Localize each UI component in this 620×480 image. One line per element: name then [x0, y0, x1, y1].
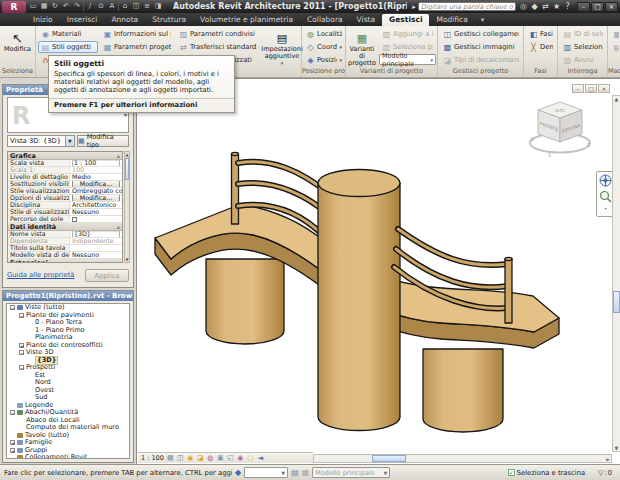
tree-item-collegamenti-revit[interactable]: Collegamenti Revit: [7, 454, 129, 459]
property-value[interactable]: Modifica...: [70, 195, 122, 201]
detail-level-icon[interactable]: ▤: [166, 454, 175, 463]
view-restore-button[interactable]: ▢: [585, 84, 597, 93]
reveal-hidden-icon[interactable]: ○: [246, 454, 255, 463]
coordinate-button[interactable]: ◇Coordinate▾: [303, 41, 345, 53]
varianti-di-progetto-button[interactable]: ▦ Varianti di progetto: [347, 28, 377, 66]
modifica-button[interactable]: ↖ Modifica: [2, 28, 33, 66]
macro-button[interactable]: ▦: [610, 28, 620, 40]
tree-item-prospetti[interactable]: −Prospetti: [7, 364, 129, 372]
fasi-button[interactable]: ◧Fasi: [526, 28, 556, 40]
view-scale-button[interactable]: 1 : 100: [141, 454, 164, 462]
collapse-icon[interactable]: ◄: [256, 454, 265, 463]
visual-style-icon[interactable]: ◫: [176, 454, 185, 463]
trasferisci-standard-di-progetto-button[interactable]: ⇄Trasferisci standard di progetto: [176, 41, 262, 53]
chevron-down-icon[interactable]: ▾: [604, 206, 606, 211]
collapse-icon[interactable]: −: [10, 410, 15, 415]
tab-overflow-icon[interactable]: ▾: [481, 14, 485, 26]
apply-button[interactable]: Applica: [85, 269, 129, 282]
property-row-titolo-sulla-tavola[interactable]: Titolo sulla tavola: [8, 245, 122, 252]
compass-south-label[interactable]: S: [548, 152, 551, 158]
tab-inserisci[interactable]: Inserisci: [60, 14, 105, 26]
seleziona-per-id-button[interactable]: ▥Seleziona per ID: [560, 41, 606, 53]
design-option-dropdown[interactable]: Modello principale▾: [379, 54, 436, 65]
tree-item-ovest[interactable]: Ovest: [7, 387, 129, 395]
worksets-icon[interactable]: ◆: [235, 467, 241, 479]
tab-inizio[interactable]: Inizio: [26, 14, 60, 26]
project-browser-header[interactable]: Progetto1(Ripristino).rvt - Browser di p…: [3, 291, 133, 301]
tree-item-nord[interactable]: Nord: [7, 379, 129, 387]
property-value[interactable]: 1 : 100: [70, 160, 122, 166]
property-group-grafica[interactable]: Grafica▴: [8, 152, 122, 160]
property-value[interactable]: Ombreggiato con...: [70, 188, 122, 194]
section-icon[interactable]: ◫: [131, 1, 141, 12]
design-options-icon[interactable]: ▦: [302, 467, 310, 479]
expand-icon[interactable]: +: [10, 440, 15, 445]
compass-west-label[interactable]: O: [530, 136, 534, 142]
stili-oggetti-button[interactable]: ▤Stili oggetti: [38, 41, 98, 53]
view-close-button[interactable]: ×: [598, 84, 610, 93]
parametri-condivisi-button[interactable]: ▨Parametri condivisi: [176, 28, 262, 40]
property-row-percorso-del-sole[interactable]: Percorso del sole: [8, 216, 122, 223]
property-value[interactable]: 100: [70, 167, 122, 173]
property-row-sostituzioni-visibilit[interactable]: Sostituzioni visibilit...Modifica...: [8, 181, 122, 188]
worksets-dropdown[interactable]: ▼: [244, 467, 288, 478]
select-drag-toggle[interactable]: ✓ Seleziona e trascina: [508, 469, 585, 477]
undo-icon[interactable]: ↶: [61, 1, 71, 12]
materiali-button[interactable]: ◉Materiali: [38, 28, 98, 40]
property-row-nome-vista[interactable]: Nome vista{3D}: [8, 231, 122, 238]
scrollbar-thumb[interactable]: [372, 455, 406, 462]
tab-collabora[interactable]: Collabora: [300, 14, 350, 26]
view-minimize-button[interactable]: –: [572, 84, 584, 93]
gestisci-collegamenti-button[interactable]: ◫Gestisci collegamenti: [440, 28, 522, 40]
viewcube-top-label[interactable]: ALTO: [555, 108, 565, 113]
property-value[interactable]: Nessuno: [70, 252, 122, 258]
property-row-scala-1[interactable]: Scala 1:100: [8, 167, 122, 174]
tab-struttura[interactable]: Struttura: [145, 14, 193, 26]
crop-region-icon[interactable]: ◱: [226, 454, 235, 463]
hide-isolate-icon[interactable]: ◉: [236, 454, 245, 463]
demolisci-button[interactable]: ╳Demolisci: [526, 41, 556, 53]
app-menu-button[interactable]: R: [2, 1, 26, 13]
property-row-stile-visualizzazione[interactable]: Stile visualizzazioneOmbreggiato con...: [8, 188, 122, 195]
property-value[interactable]: Architettonico: [70, 202, 122, 208]
help-icon[interactable]: ?: [562, 1, 573, 13]
tab-annota[interactable]: Annota: [104, 14, 145, 26]
modifica-tipo-button[interactable]: ▦ Modifica tipo: [77, 135, 129, 147]
subscription-icon[interactable]: ◆: [529, 1, 540, 13]
modifica-button[interactable]: Modifica...: [72, 181, 120, 187]
scrollbar-thumb[interactable]: [613, 291, 620, 313]
communication-icon[interactable]: ⇄: [540, 1, 551, 13]
selection-filter[interactable]: ▽:0: [598, 469, 612, 477]
compass-east-label[interactable]: E: [587, 142, 590, 148]
zoom-icon[interactable]: [599, 190, 612, 203]
value-box[interactable]: 1 : 100: [72, 160, 120, 166]
switch-windows-icon[interactable]: ◨: [153, 1, 163, 12]
property-value[interactable]: Nessuno: [70, 209, 122, 215]
checkbox-icon[interactable]: [72, 217, 77, 222]
tab-volumetrie-e-planimetria[interactable]: Volumetrie e planimetria: [193, 14, 300, 26]
modifica-button[interactable]: Modifica...: [72, 195, 120, 201]
crop-view-icon[interactable]: ▣: [216, 454, 225, 463]
editable-only-icon[interactable]: ▤: [291, 467, 299, 479]
property-group-dati-identit[interactable]: Dati identità▴: [8, 223, 122, 231]
active-design-option-dropdown[interactable]: Modello principale▼: [312, 467, 390, 478]
collapse-icon[interactable]: −: [19, 313, 24, 318]
collapse-icon[interactable]: −: [10, 305, 15, 310]
measure-icon[interactable]: ∕: [85, 1, 95, 12]
view-type-dropdown[interactable]: Vista 3D: {3D} ▼: [7, 135, 75, 147]
open-icon[interactable]: ▭: [28, 1, 38, 12]
minimize-button[interactable]: –: [577, 2, 590, 12]
3d-view-icon[interactable]: ⌂: [120, 1, 130, 12]
vertical-scrollbar[interactable]: ▲▼: [612, 95, 620, 452]
property-value[interactable]: [70, 216, 122, 222]
property-value[interactable]: [70, 245, 122, 251]
collapse-icon[interactable]: −: [19, 365, 24, 370]
tree-item-viste-3d[interactable]: −Viste 3D: [7, 349, 129, 357]
restore-button[interactable]: ▢: [591, 2, 604, 12]
parametri-progetto-button[interactable]: ▦Parametri progetto: [100, 41, 174, 53]
property-row-scala-vista[interactable]: Scala vista1 : 100: [8, 160, 122, 167]
expand-icon[interactable]: +: [10, 448, 15, 453]
property-value[interactable]: Medio: [70, 174, 122, 180]
thin-lines-icon[interactable]: ≡: [142, 1, 152, 12]
property-row-dipendenza[interactable]: DipendenzaIndipendente: [8, 238, 122, 245]
